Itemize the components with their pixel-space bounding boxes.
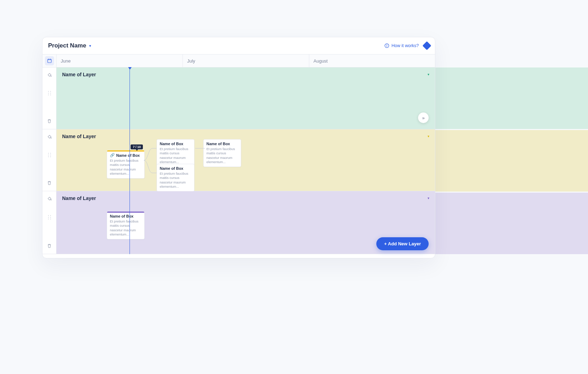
task-description: Et pretium faucibus mattis cursus nascet…	[110, 219, 141, 237]
paint-bucket-icon[interactable]	[47, 134, 52, 141]
scroll-right-button[interactable]: »	[418, 112, 429, 123]
task-card[interactable]: Name of Box Et pretium faucibus mattis c…	[203, 139, 241, 167]
layer-name-label: Name of Layer	[62, 195, 429, 201]
task-title-label: Name of Box	[110, 214, 133, 218]
svg-point-16	[50, 153, 51, 154]
layer-side-controls	[42, 191, 57, 254]
svg-rect-4	[47, 59, 51, 60]
svg-point-23	[50, 215, 51, 216]
month-august: August	[309, 54, 435, 67]
svg-point-8	[48, 91, 49, 92]
svg-point-20	[50, 156, 51, 157]
progress-badge: 7 / 10	[131, 144, 143, 149]
layer-collapse-caret[interactable]: ▾	[428, 134, 429, 138]
svg-point-22	[48, 215, 49, 216]
svg-point-15	[48, 153, 49, 154]
svg-point-12	[48, 95, 49, 95]
task-description: Et pretium faucibus mattis cursus nascet…	[160, 172, 191, 189]
svg-point-1	[387, 45, 387, 45]
task-card[interactable]: Name of Box Et pretium faucibus mattis c…	[157, 139, 194, 167]
timeline-body: Name of Layer ▾ » Name of Layer ▾	[42, 67, 435, 254]
svg-point-19	[48, 156, 49, 157]
project-title: Project Name	[48, 42, 86, 49]
svg-point-21	[51, 199, 52, 200]
how-it-works-label: How it works?	[391, 43, 419, 48]
drag-handle-icon[interactable]	[48, 215, 51, 221]
trash-icon[interactable]	[47, 180, 52, 187]
month-june: June	[57, 54, 183, 67]
layer-row: Name of Layer ▾ Name of Box Et pretium f…	[42, 191, 435, 254]
svg-point-27	[50, 219, 51, 219]
task-description: Et pretium faucibus mattis cursus nascet…	[110, 159, 141, 176]
trash-icon[interactable]	[47, 243, 52, 250]
layer-body[interactable]: Name of Layer ▾ »	[57, 67, 435, 129]
month-july: July	[183, 54, 309, 67]
layer-side-controls	[42, 129, 57, 191]
how-it-works-link[interactable]: How it works?	[384, 43, 419, 48]
task-description: Et pretium faucibus mattis cursus nascet…	[160, 147, 191, 164]
svg-point-7	[51, 76, 52, 77]
link-icon: 🔗	[110, 153, 115, 157]
drag-handle-icon[interactable]	[48, 91, 51, 97]
svg-point-11	[50, 93, 51, 94]
svg-point-18	[50, 155, 51, 155]
layer-row: Name of Layer ▾ 7 / 10 🔗Name of Box Et p…	[42, 129, 435, 191]
layer-name-label: Name of Layer	[62, 72, 429, 77]
project-selector[interactable]: Project Name ▾	[48, 42, 91, 49]
task-stripe	[107, 150, 144, 151]
layer-name-label: Name of Layer	[62, 134, 429, 139]
svg-rect-2	[387, 45, 387, 47]
svg-point-17	[48, 155, 49, 155]
svg-point-10	[48, 93, 49, 94]
task-description: Et pretium faucibus mattis cursus nascet…	[206, 147, 238, 164]
task-card[interactable]: Name of Box Et pretium faucibus mattis c…	[157, 164, 194, 192]
side-header	[42, 54, 57, 67]
task-title-label: Name of Box	[206, 142, 230, 146]
info-icon	[384, 43, 389, 48]
paint-bucket-icon[interactable]	[47, 196, 52, 202]
bg-overflow-yellow	[421, 130, 588, 192]
svg-point-25	[50, 217, 51, 218]
paint-bucket-icon[interactable]	[47, 72, 52, 79]
calendar-icon[interactable]	[45, 56, 54, 65]
task-card[interactable]: 7 / 10 🔗Name of Box Et pretium faucibus …	[107, 150, 145, 179]
svg-point-14	[51, 137, 52, 138]
task-title-label: Name of Box	[160, 142, 183, 146]
jira-icon[interactable]	[422, 41, 431, 50]
add-layer-button[interactable]: + Add New Layer	[376, 237, 429, 250]
bg-overflow-purple	[421, 193, 588, 254]
svg-point-26	[48, 219, 49, 219]
layer-body[interactable]: Name of Layer ▾ 7 / 10 🔗Name of Box Et p…	[57, 129, 435, 191]
month-header: June July August	[42, 54, 435, 67]
drag-handle-icon[interactable]	[48, 153, 51, 159]
bg-overflow-teal	[421, 67, 588, 129]
task-card[interactable]: Name of Box Et pretium faucibus mattis c…	[107, 212, 145, 239]
layer-side-controls	[42, 67, 57, 129]
svg-point-24	[48, 217, 49, 218]
layer-row: Name of Layer ▾ »	[42, 67, 435, 129]
timeline-window: Project Name ▾ How it works? June July A…	[42, 37, 435, 258]
layer-collapse-caret[interactable]: ▾	[428, 196, 429, 200]
connector-line	[194, 146, 206, 150]
task-stripe	[107, 212, 144, 213]
layer-collapse-caret[interactable]: ▾	[428, 72, 429, 76]
chevron-down-icon: ▾	[89, 44, 91, 48]
task-title-label: Name of Box	[116, 153, 140, 157]
topbar: Project Name ▾ How it works?	[42, 37, 435, 54]
svg-point-13	[50, 95, 51, 95]
svg-point-9	[50, 91, 51, 92]
task-title-label: Name of Box	[160, 166, 183, 170]
connector-lines	[143, 145, 161, 178]
trash-icon[interactable]	[47, 118, 52, 125]
